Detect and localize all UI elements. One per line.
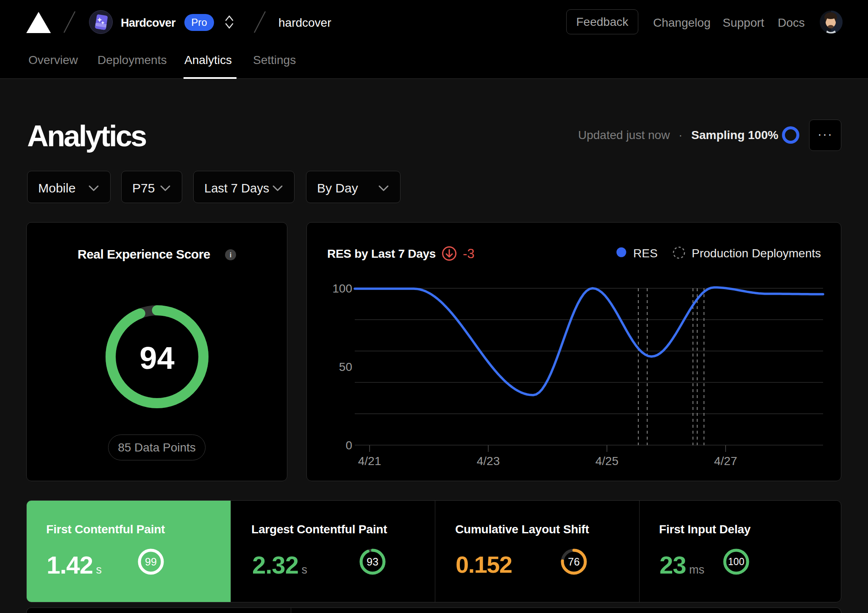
svg-text:99: 99 [145, 556, 157, 568]
svg-text:0: 0 [345, 439, 352, 452]
svg-text:94: 94 [139, 340, 174, 376]
svg-text:4/23: 4/23 [477, 454, 500, 468]
svg-text:4/25: 4/25 [595, 454, 619, 468]
svg-text:100: 100 [728, 556, 744, 567]
svg-text:4/21: 4/21 [358, 454, 381, 468]
svg-text:100: 100 [332, 282, 352, 295]
svg-text:4/27: 4/27 [714, 454, 737, 468]
svg-text:i: i [230, 251, 232, 259]
svg-text:50: 50 [339, 360, 352, 373]
svg-text:76: 76 [568, 556, 580, 568]
svg-text:93: 93 [367, 556, 378, 568]
